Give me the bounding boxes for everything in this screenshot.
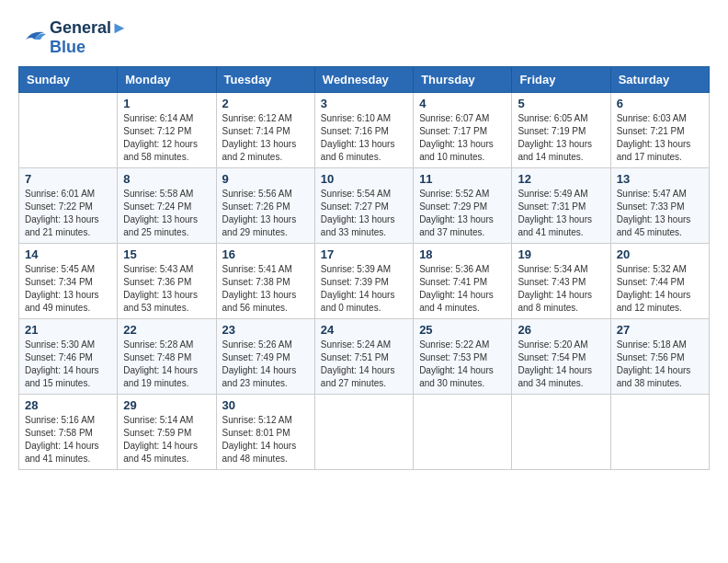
calendar-cell: 11Sunrise: 5:52 AM Sunset: 7:29 PM Dayli…: [414, 168, 512, 244]
day-number: 14: [25, 247, 111, 261]
calendar-cell: 2Sunrise: 6:12 AM Sunset: 7:14 PM Daylig…: [216, 93, 314, 168]
calendar-cell: 20Sunrise: 5:32 AM Sunset: 7:44 PM Dayli…: [610, 244, 709, 319]
day-info: Sunrise: 5:14 AM Sunset: 7:59 PM Dayligh…: [123, 414, 210, 465]
day-info: Sunrise: 5:56 AM Sunset: 7:26 PM Dayligh…: [222, 188, 309, 239]
day-number: 15: [123, 247, 210, 261]
calendar-cell: 12Sunrise: 5:49 AM Sunset: 7:31 PM Dayli…: [512, 168, 610, 244]
logo-text: General► Blue: [50, 18, 128, 57]
day-number: 8: [123, 172, 210, 186]
day-number: 6: [617, 97, 703, 110]
day-number: 23: [222, 323, 309, 337]
week-row-1: 1Sunrise: 6:14 AM Sunset: 7:12 PM Daylig…: [19, 93, 710, 168]
calendar-cell: 22Sunrise: 5:28 AM Sunset: 7:48 PM Dayli…: [118, 319, 216, 395]
day-info: Sunrise: 5:22 AM Sunset: 7:53 PM Dayligh…: [419, 339, 506, 390]
day-number: 28: [25, 398, 111, 412]
week-row-2: 7Sunrise: 6:01 AM Sunset: 7:22 PM Daylig…: [19, 168, 710, 244]
day-info: Sunrise: 5:45 AM Sunset: 7:34 PM Dayligh…: [25, 263, 111, 315]
day-info: Sunrise: 5:12 AM Sunset: 8:01 PM Dayligh…: [222, 414, 309, 465]
day-info: Sunrise: 5:16 AM Sunset: 7:58 PM Dayligh…: [25, 414, 111, 465]
day-info: Sunrise: 6:12 AM Sunset: 7:14 PM Dayligh…: [222, 112, 309, 164]
week-row-4: 21Sunrise: 5:30 AM Sunset: 7:46 PM Dayli…: [19, 319, 710, 395]
day-number: 16: [222, 247, 309, 261]
day-info: Sunrise: 5:24 AM Sunset: 7:51 PM Dayligh…: [321, 339, 407, 390]
day-info: Sunrise: 5:49 AM Sunset: 7:31 PM Dayligh…: [518, 188, 604, 239]
calendar-cell: 29Sunrise: 5:14 AM Sunset: 7:59 PM Dayli…: [118, 395, 216, 470]
day-number: 4: [419, 97, 506, 110]
calendar-cell: [512, 395, 610, 470]
day-header-wednesday: Wednesday: [314, 67, 413, 93]
calendar-cell: 14Sunrise: 5:45 AM Sunset: 7:34 PM Dayli…: [19, 244, 118, 319]
day-number: 18: [419, 247, 506, 261]
day-number: 3: [321, 97, 407, 110]
calendar-cell: [19, 93, 118, 168]
day-header-monday: Monday: [118, 67, 216, 93]
calendar-cell: 18Sunrise: 5:36 AM Sunset: 7:41 PM Dayli…: [414, 244, 512, 319]
calendar-cell: 9Sunrise: 5:56 AM Sunset: 7:26 PM Daylig…: [216, 168, 314, 244]
day-header-sunday: Sunday: [19, 67, 118, 93]
calendar-cell: 8Sunrise: 5:58 AM Sunset: 7:24 PM Daylig…: [118, 168, 216, 244]
day-number: 17: [321, 247, 407, 261]
calendar-cell: 21Sunrise: 5:30 AM Sunset: 7:46 PM Dayli…: [19, 319, 118, 395]
calendar-cell: 23Sunrise: 5:26 AM Sunset: 7:49 PM Dayli…: [216, 319, 314, 395]
day-number: 27: [617, 323, 703, 337]
day-info: Sunrise: 5:20 AM Sunset: 7:54 PM Dayligh…: [518, 339, 604, 390]
day-number: 12: [518, 172, 604, 186]
day-info: Sunrise: 6:07 AM Sunset: 7:17 PM Dayligh…: [419, 112, 506, 164]
calendar-header-row: SundayMondayTuesdayWednesdayThursdayFrid…: [19, 67, 710, 93]
day-number: 30: [222, 398, 309, 412]
day-number: 21: [25, 323, 111, 337]
day-info: Sunrise: 6:01 AM Sunset: 7:22 PM Dayligh…: [25, 188, 111, 239]
day-info: Sunrise: 6:10 AM Sunset: 7:16 PM Dayligh…: [321, 112, 407, 164]
calendar-cell: 30Sunrise: 5:12 AM Sunset: 8:01 PM Dayli…: [216, 395, 314, 470]
day-number: 7: [25, 172, 111, 186]
calendar-cell: 1Sunrise: 6:14 AM Sunset: 7:12 PM Daylig…: [118, 93, 216, 168]
calendar-cell: [610, 395, 709, 470]
day-info: Sunrise: 6:14 AM Sunset: 7:12 PM Dayligh…: [123, 112, 210, 164]
day-number: 13: [617, 172, 703, 186]
calendar-cell: 4Sunrise: 6:07 AM Sunset: 7:17 PM Daylig…: [414, 93, 512, 168]
calendar-cell: 5Sunrise: 6:05 AM Sunset: 7:19 PM Daylig…: [512, 93, 610, 168]
calendar-cell: 13Sunrise: 5:47 AM Sunset: 7:33 PM Dayli…: [610, 168, 709, 244]
day-info: Sunrise: 5:18 AM Sunset: 7:56 PM Dayligh…: [617, 339, 703, 390]
calendar-cell: [314, 395, 413, 470]
day-number: 1: [123, 97, 210, 110]
day-info: Sunrise: 5:39 AM Sunset: 7:39 PM Dayligh…: [321, 263, 407, 315]
logo-icon: [18, 27, 46, 49]
calendar-cell: 24Sunrise: 5:24 AM Sunset: 7:51 PM Dayli…: [314, 319, 413, 395]
day-info: Sunrise: 5:47 AM Sunset: 7:33 PM Dayligh…: [617, 188, 703, 239]
calendar-cell: [414, 395, 512, 470]
calendar-cell: 6Sunrise: 6:03 AM Sunset: 7:21 PM Daylig…: [610, 93, 709, 168]
day-number: 2: [222, 97, 309, 110]
calendar-cell: 3Sunrise: 6:10 AM Sunset: 7:16 PM Daylig…: [314, 93, 413, 168]
day-info: Sunrise: 5:52 AM Sunset: 7:29 PM Dayligh…: [419, 188, 506, 239]
day-info: Sunrise: 5:54 AM Sunset: 7:27 PM Dayligh…: [321, 188, 407, 239]
calendar-cell: 28Sunrise: 5:16 AM Sunset: 7:58 PM Dayli…: [19, 395, 118, 470]
day-number: 11: [419, 172, 506, 186]
day-header-friday: Friday: [512, 67, 610, 93]
day-number: 22: [123, 323, 210, 337]
calendar-cell: 16Sunrise: 5:41 AM Sunset: 7:38 PM Dayli…: [216, 244, 314, 319]
week-row-3: 14Sunrise: 5:45 AM Sunset: 7:34 PM Dayli…: [19, 244, 710, 319]
day-number: 25: [419, 323, 506, 337]
calendar-cell: 15Sunrise: 5:43 AM Sunset: 7:36 PM Dayli…: [118, 244, 216, 319]
calendar-cell: 10Sunrise: 5:54 AM Sunset: 7:27 PM Dayli…: [314, 168, 413, 244]
calendar-table: SundayMondayTuesdayWednesdayThursdayFrid…: [18, 66, 710, 470]
day-header-thursday: Thursday: [414, 67, 512, 93]
calendar-cell: 25Sunrise: 5:22 AM Sunset: 7:53 PM Dayli…: [414, 319, 512, 395]
calendar-cell: 19Sunrise: 5:34 AM Sunset: 7:43 PM Dayli…: [512, 244, 610, 319]
day-info: Sunrise: 5:28 AM Sunset: 7:48 PM Dayligh…: [123, 339, 210, 390]
day-info: Sunrise: 5:32 AM Sunset: 7:44 PM Dayligh…: [617, 263, 703, 315]
day-info: Sunrise: 6:05 AM Sunset: 7:19 PM Dayligh…: [518, 112, 604, 164]
calendar-cell: 26Sunrise: 5:20 AM Sunset: 7:54 PM Dayli…: [512, 319, 610, 395]
day-info: Sunrise: 5:36 AM Sunset: 7:41 PM Dayligh…: [419, 263, 506, 315]
day-number: 10: [321, 172, 407, 186]
day-info: Sunrise: 6:03 AM Sunset: 7:21 PM Dayligh…: [617, 112, 703, 164]
logo: General► Blue: [18, 18, 128, 57]
day-number: 29: [123, 398, 210, 412]
page-header: General► Blue: [18, 18, 710, 57]
day-number: 9: [222, 172, 309, 186]
day-number: 20: [617, 247, 703, 261]
day-header-saturday: Saturday: [610, 67, 709, 93]
day-number: 26: [518, 323, 604, 337]
day-info: Sunrise: 5:26 AM Sunset: 7:49 PM Dayligh…: [222, 339, 309, 390]
